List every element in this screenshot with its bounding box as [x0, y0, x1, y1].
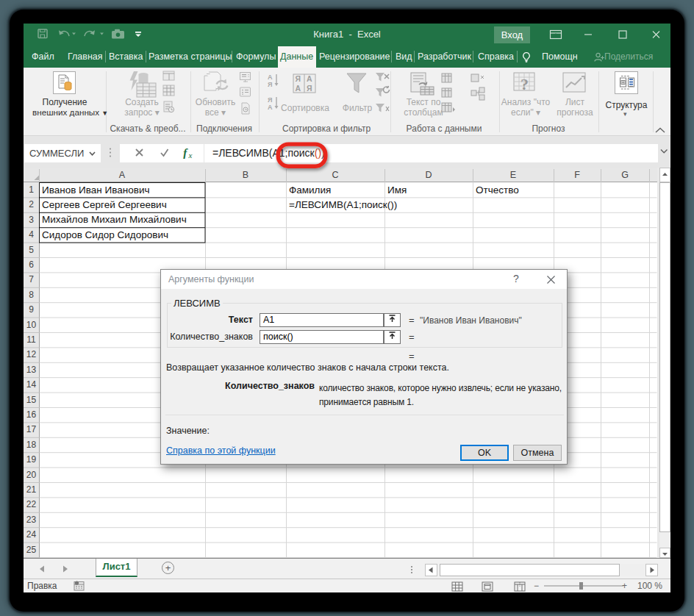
svg-text:?: ?: [520, 75, 529, 93]
svg-text:А: А: [268, 104, 273, 111]
svg-text:Я: Я: [307, 84, 312, 93]
svg-text:f: f: [183, 148, 188, 159]
svg-text:Я: Я: [296, 74, 301, 83]
svg-text:А: А: [307, 74, 312, 83]
svg-text:Я: Я: [268, 96, 272, 104]
svg-text:x: x: [188, 151, 193, 159]
svg-text:А: А: [296, 84, 301, 93]
svg-text:Я: Я: [268, 81, 272, 88]
svg-text:А: А: [268, 74, 273, 81]
